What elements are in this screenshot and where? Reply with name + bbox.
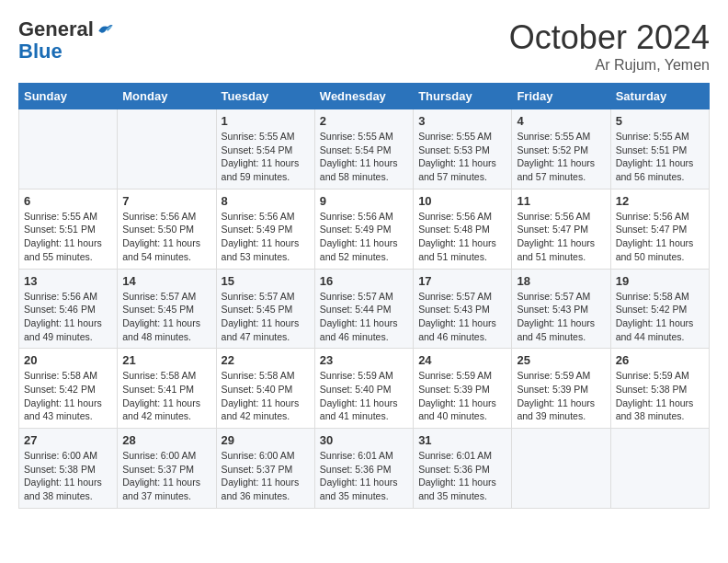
calendar-cell: 29Sunrise: 6:00 AMSunset: 5:37 PMDayligh… bbox=[216, 429, 314, 509]
col-header-thursday: Thursday bbox=[414, 84, 512, 109]
day-number: 9 bbox=[320, 194, 408, 208]
day-info: Sunrise: 5:58 AMSunset: 5:41 PMDaylight:… bbox=[122, 369, 210, 423]
day-number: 16 bbox=[320, 274, 408, 288]
day-number: 28 bbox=[122, 433, 210, 447]
day-info: Sunrise: 5:56 AMSunset: 5:49 PMDaylight:… bbox=[320, 210, 408, 264]
calendar-cell: 20Sunrise: 5:58 AMSunset: 5:42 PMDayligh… bbox=[19, 349, 118, 429]
title-block: October 2024 Ar Rujum, Yemen bbox=[509, 18, 710, 74]
day-info: Sunrise: 6:00 AMSunset: 5:37 PMDaylight:… bbox=[222, 449, 310, 503]
day-info: Sunrise: 6:00 AMSunset: 5:37 PMDaylight:… bbox=[122, 449, 210, 503]
day-number: 24 bbox=[418, 353, 506, 367]
logo-bird-icon bbox=[96, 20, 114, 39]
calendar-cell: 25Sunrise: 5:59 AMSunset: 5:39 PMDayligh… bbox=[512, 349, 610, 429]
day-number: 26 bbox=[616, 353, 704, 367]
calendar-cell: 21Sunrise: 5:58 AMSunset: 5:41 PMDayligh… bbox=[118, 349, 216, 429]
day-info: Sunrise: 5:56 AMSunset: 5:49 PMDaylight:… bbox=[222, 210, 310, 264]
page-header: General Blue October 2024 Ar Rujum, Yeme… bbox=[18, 18, 710, 74]
calendar-header-row: SundayMondayTuesdayWednesdayThursdayFrid… bbox=[19, 84, 710, 109]
day-info: Sunrise: 5:55 AMSunset: 5:51 PMDaylight:… bbox=[24, 210, 112, 264]
day-number: 18 bbox=[517, 274, 605, 288]
calendar-cell: 14Sunrise: 5:57 AMSunset: 5:45 PMDayligh… bbox=[118, 269, 216, 349]
calendar-cell: 8Sunrise: 5:56 AMSunset: 5:49 PMDaylight… bbox=[216, 189, 314, 269]
day-number: 21 bbox=[122, 353, 210, 367]
day-info: Sunrise: 5:56 AMSunset: 5:50 PMDaylight:… bbox=[122, 210, 210, 264]
day-info: Sunrise: 5:59 AMSunset: 5:39 PMDaylight:… bbox=[418, 369, 506, 423]
location-text: Ar Rujum, Yemen bbox=[509, 57, 710, 74]
calendar-cell: 3Sunrise: 5:55 AMSunset: 5:53 PMDaylight… bbox=[414, 109, 512, 190]
day-info: Sunrise: 6:01 AMSunset: 5:36 PMDaylight:… bbox=[418, 449, 506, 503]
day-number: 13 bbox=[24, 274, 112, 288]
day-info: Sunrise: 6:00 AMSunset: 5:38 PMDaylight:… bbox=[24, 449, 112, 503]
calendar-week-4: 27Sunrise: 6:00 AMSunset: 5:38 PMDayligh… bbox=[19, 429, 710, 509]
calendar-week-0: 1Sunrise: 5:55 AMSunset: 5:54 PMDaylight… bbox=[19, 109, 710, 190]
day-info: Sunrise: 5:57 AMSunset: 5:43 PMDaylight:… bbox=[517, 290, 605, 344]
calendar-week-2: 13Sunrise: 5:56 AMSunset: 5:46 PMDayligh… bbox=[19, 269, 710, 349]
calendar-cell: 12Sunrise: 5:56 AMSunset: 5:47 PMDayligh… bbox=[610, 189, 709, 269]
day-info: Sunrise: 5:58 AMSunset: 5:42 PMDaylight:… bbox=[24, 369, 112, 423]
day-info: Sunrise: 5:57 AMSunset: 5:43 PMDaylight:… bbox=[418, 290, 506, 344]
day-info: Sunrise: 5:55 AMSunset: 5:53 PMDaylight:… bbox=[418, 130, 506, 184]
day-info: Sunrise: 5:57 AMSunset: 5:44 PMDaylight:… bbox=[320, 290, 408, 344]
calendar-cell: 15Sunrise: 5:57 AMSunset: 5:45 PMDayligh… bbox=[216, 269, 314, 349]
day-info: Sunrise: 5:56 AMSunset: 5:48 PMDaylight:… bbox=[418, 210, 506, 264]
calendar-cell: 13Sunrise: 5:56 AMSunset: 5:46 PMDayligh… bbox=[19, 269, 118, 349]
day-info: Sunrise: 5:56 AMSunset: 5:46 PMDaylight:… bbox=[24, 290, 112, 344]
calendar-week-3: 20Sunrise: 5:58 AMSunset: 5:42 PMDayligh… bbox=[19, 349, 710, 429]
day-number: 15 bbox=[222, 274, 310, 288]
calendar-cell: 5Sunrise: 5:55 AMSunset: 5:51 PMDaylight… bbox=[610, 109, 709, 190]
day-info: Sunrise: 5:55 AMSunset: 5:54 PMDaylight:… bbox=[320, 130, 408, 184]
day-info: Sunrise: 5:57 AMSunset: 5:45 PMDaylight:… bbox=[222, 290, 310, 344]
calendar-cell: 23Sunrise: 5:59 AMSunset: 5:40 PMDayligh… bbox=[314, 349, 413, 429]
calendar-table: SundayMondayTuesdayWednesdayThursdayFrid… bbox=[18, 83, 710, 509]
col-header-sunday: Sunday bbox=[19, 84, 118, 109]
day-info: Sunrise: 5:59 AMSunset: 5:40 PMDaylight:… bbox=[320, 369, 408, 423]
calendar-cell bbox=[512, 429, 610, 509]
calendar-cell: 24Sunrise: 5:59 AMSunset: 5:39 PMDayligh… bbox=[414, 349, 512, 429]
calendar-cell bbox=[610, 429, 709, 509]
calendar-cell: 26Sunrise: 5:59 AMSunset: 5:38 PMDayligh… bbox=[610, 349, 709, 429]
col-header-friday: Friday bbox=[512, 84, 610, 109]
col-header-monday: Monday bbox=[118, 84, 216, 109]
day-number: 4 bbox=[517, 114, 605, 128]
calendar-cell: 11Sunrise: 5:56 AMSunset: 5:47 PMDayligh… bbox=[512, 189, 610, 269]
calendar-cell: 19Sunrise: 5:58 AMSunset: 5:42 PMDayligh… bbox=[610, 269, 709, 349]
day-number: 27 bbox=[24, 433, 112, 447]
day-number: 12 bbox=[616, 194, 704, 208]
calendar-cell: 30Sunrise: 6:01 AMSunset: 5:36 PMDayligh… bbox=[314, 429, 413, 509]
calendar-cell: 1Sunrise: 5:55 AMSunset: 5:54 PMDaylight… bbox=[216, 109, 314, 190]
calendar-cell: 16Sunrise: 5:57 AMSunset: 5:44 PMDayligh… bbox=[314, 269, 413, 349]
calendar-cell: 18Sunrise: 5:57 AMSunset: 5:43 PMDayligh… bbox=[512, 269, 610, 349]
calendar-cell: 6Sunrise: 5:55 AMSunset: 5:51 PMDaylight… bbox=[19, 189, 118, 269]
day-number: 25 bbox=[517, 353, 605, 367]
day-number: 3 bbox=[418, 114, 506, 128]
calendar-cell: 7Sunrise: 5:56 AMSunset: 5:50 PMDaylight… bbox=[118, 189, 216, 269]
day-number: 8 bbox=[222, 194, 310, 208]
day-info: Sunrise: 5:59 AMSunset: 5:38 PMDaylight:… bbox=[616, 369, 704, 423]
calendar-cell: 17Sunrise: 5:57 AMSunset: 5:43 PMDayligh… bbox=[414, 269, 512, 349]
day-number: 23 bbox=[320, 353, 408, 367]
calendar-cell: 31Sunrise: 6:01 AMSunset: 5:36 PMDayligh… bbox=[414, 429, 512, 509]
calendar-cell: 9Sunrise: 5:56 AMSunset: 5:49 PMDaylight… bbox=[314, 189, 413, 269]
calendar-cell: 22Sunrise: 5:58 AMSunset: 5:40 PMDayligh… bbox=[216, 349, 314, 429]
day-info: Sunrise: 5:55 AMSunset: 5:52 PMDaylight:… bbox=[517, 130, 605, 184]
month-title: October 2024 bbox=[509, 18, 710, 57]
logo-blue-text: Blue bbox=[18, 40, 63, 63]
calendar-cell: 27Sunrise: 6:00 AMSunset: 5:38 PMDayligh… bbox=[19, 429, 118, 509]
logo: General Blue bbox=[18, 18, 114, 63]
col-header-wednesday: Wednesday bbox=[314, 84, 413, 109]
calendar-cell: 4Sunrise: 5:55 AMSunset: 5:52 PMDaylight… bbox=[512, 109, 610, 190]
day-number: 19 bbox=[616, 274, 704, 288]
day-info: Sunrise: 5:55 AMSunset: 5:51 PMDaylight:… bbox=[616, 130, 704, 184]
day-number: 20 bbox=[24, 353, 112, 367]
calendar-cell: 28Sunrise: 6:00 AMSunset: 5:37 PMDayligh… bbox=[118, 429, 216, 509]
day-number: 5 bbox=[616, 114, 704, 128]
day-number: 10 bbox=[418, 194, 506, 208]
calendar-cell bbox=[19, 109, 118, 190]
day-info: Sunrise: 5:57 AMSunset: 5:45 PMDaylight:… bbox=[122, 290, 210, 344]
calendar-cell: 10Sunrise: 5:56 AMSunset: 5:48 PMDayligh… bbox=[414, 189, 512, 269]
calendar-cell bbox=[118, 109, 216, 190]
day-number: 30 bbox=[320, 433, 408, 447]
day-number: 11 bbox=[517, 194, 605, 208]
day-info: Sunrise: 6:01 AMSunset: 5:36 PMDaylight:… bbox=[320, 449, 408, 503]
calendar-cell: 2Sunrise: 5:55 AMSunset: 5:54 PMDaylight… bbox=[314, 109, 413, 190]
